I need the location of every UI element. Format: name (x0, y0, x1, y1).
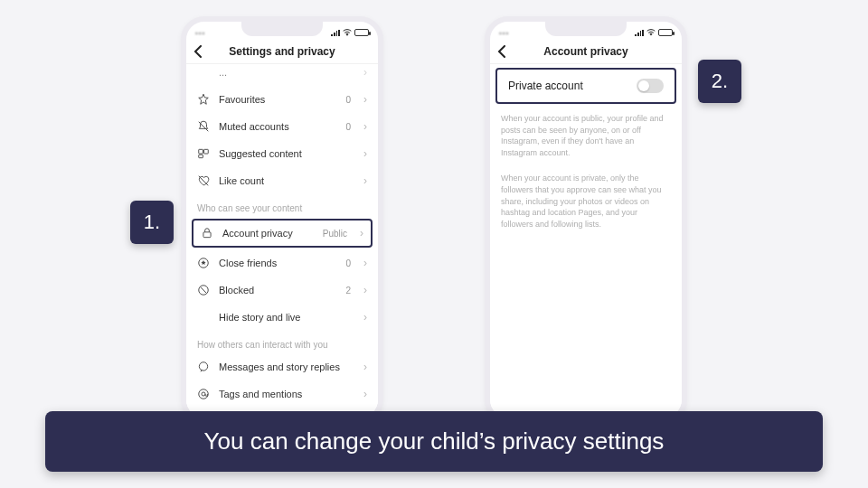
chevron-right-icon: › (363, 120, 367, 133)
phone-settings-privacy: ••• Settings and privacy ...› Favouri (181, 16, 383, 423)
wifi-icon (343, 29, 352, 36)
row-label: Messages and story replies (219, 361, 354, 372)
signal-icon (635, 30, 644, 36)
svg-point-10 (650, 34, 652, 36)
row-label: Suggested content (219, 148, 354, 159)
list-item-close-friends[interactable]: Close friends 0 › (186, 249, 378, 277)
back-button[interactable] (497, 45, 510, 58)
svg-rect-3 (199, 155, 203, 158)
phone-account-privacy: ••• Account privacy Private account When… (485, 16, 687, 423)
list-item-favourites[interactable]: Favourites 0 › (186, 86, 378, 113)
svg-point-8 (199, 389, 209, 399)
row-label: Account privacy (222, 228, 314, 239)
toggle-label: Private account (508, 80, 583, 92)
chevron-right-icon: › (360, 227, 363, 239)
svg-rect-1 (199, 149, 203, 154)
block-icon (197, 284, 210, 296)
step-number: 1. (144, 211, 160, 234)
row-value: 2 (345, 286, 351, 296)
star-icon (197, 93, 210, 106)
screen-header: Account privacy (490, 40, 682, 64)
settings-list: ...› Favourites 0 › Muted accounts 0 › S… (186, 64, 378, 417)
row-label: Muted accounts (219, 121, 336, 132)
at-icon (197, 388, 210, 400)
lock-icon (201, 227, 213, 239)
carrier-indicator: ••• (499, 29, 509, 37)
svg-point-9 (202, 392, 205, 396)
list-item-tags[interactable]: Tags and mentions › (186, 380, 378, 408)
carrier-indicator: ••• (195, 29, 205, 37)
section-header: How others can interact with you (186, 331, 378, 353)
chevron-right-icon: › (363, 284, 367, 296)
toggle-switch[interactable] (637, 79, 664, 93)
phone-notch (241, 22, 323, 36)
row-value: 0 (345, 122, 351, 132)
privacy-content: Private account When your account is pub… (490, 64, 682, 417)
step-badge-2: 2. (698, 60, 741, 103)
blank-icon (197, 311, 210, 324)
list-item-likecount[interactable]: Like count › (186, 167, 378, 194)
row-label: Favourites (219, 94, 336, 105)
chevron-right-icon: › (363, 257, 367, 269)
private-account-row[interactable]: Private account (495, 68, 676, 104)
row-label: Blocked (219, 285, 336, 296)
svg-rect-2 (204, 149, 209, 154)
chevron-right-icon: › (363, 147, 367, 160)
list-item-messages[interactable]: Messages and story replies › (186, 353, 378, 380)
heart-off-icon (197, 174, 210, 187)
list-item-muted[interactable]: Muted accounts 0 › (186, 113, 378, 140)
chevron-right-icon: › (363, 361, 367, 373)
list-item-blocked[interactable]: Blocked 2 › (186, 277, 378, 304)
page-title: Account privacy (510, 45, 662, 58)
caption-text: You can change your child’s privacy sett… (204, 427, 665, 455)
row-value: 0 (345, 95, 351, 105)
svg-rect-4 (203, 232, 211, 238)
page-title: Settings and privacy (206, 45, 358, 58)
list-item-suggested[interactable]: Suggested content › (186, 140, 378, 167)
bell-off-icon (197, 120, 210, 133)
wifi-icon (646, 29, 656, 36)
screen-header: Settings and privacy (186, 40, 378, 64)
row-value: Public (323, 229, 347, 239)
content-icon (197, 147, 210, 160)
caption-bar: You can change your child’s privacy sett… (45, 411, 823, 472)
back-button[interactable] (193, 45, 206, 58)
message-icon (197, 361, 210, 373)
signal-icon (331, 30, 340, 36)
row-value: 0 (345, 258, 351, 268)
chevron-right-icon: › (363, 93, 367, 106)
step-badge-1: 1. (130, 201, 174, 244)
svg-point-0 (346, 34, 348, 36)
row-label: Tags and mentions (219, 389, 354, 399)
row-label: Like count (219, 175, 354, 186)
list-item-hide-story[interactable]: Hide story and live › (186, 304, 378, 331)
svg-point-7 (199, 362, 207, 371)
step-number: 2. (712, 70, 728, 93)
help-text-public: When your account is public, your profil… (490, 108, 682, 167)
battery-icon (354, 29, 369, 36)
star-circle-icon (197, 257, 210, 269)
row-label: Hide story and live (219, 312, 354, 323)
chevron-right-icon: › (363, 174, 367, 187)
battery-icon (658, 29, 673, 36)
chevron-right-icon: › (363, 311, 367, 324)
section-header: Who can see your content (186, 194, 378, 217)
help-text-private: When your account is private, only the f… (490, 167, 682, 239)
chevron-right-icon: › (363, 388, 367, 400)
phone-notch (545, 22, 627, 36)
list-item-account-privacy[interactable]: Account privacy Public › (192, 219, 373, 248)
list-item-cut: ...› (186, 64, 378, 86)
row-label: Close friends (219, 258, 336, 268)
